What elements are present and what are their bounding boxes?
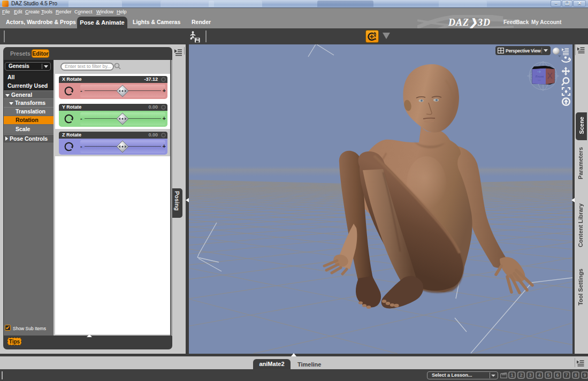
- svg-text:Front: Front: [536, 75, 544, 78]
